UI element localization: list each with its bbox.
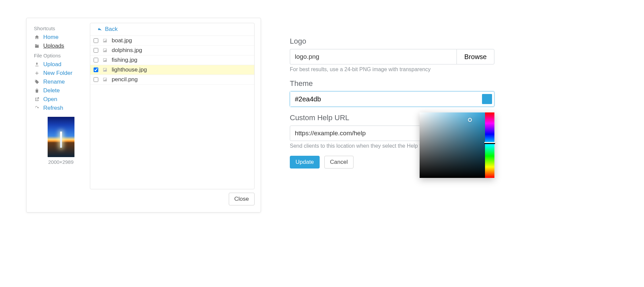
folder-icon (34, 43, 40, 49)
logo-label: Logo (290, 37, 494, 46)
theme-label: Theme (290, 79, 494, 88)
close-button[interactable]: Close (229, 193, 255, 205)
cancel-button[interactable]: Cancel (324, 156, 354, 169)
reply-icon (97, 27, 102, 32)
action-open[interactable]: Open (34, 96, 88, 103)
action-refresh[interactable]: Refresh (34, 105, 88, 111)
upload-icon (34, 62, 40, 67)
preview-dimensions: 2000×2989 (34, 159, 88, 165)
file-options-header: File Options (34, 53, 88, 58)
file-checkbox[interactable] (94, 48, 98, 53)
file-list: boat.jpgdolphins.jpgfishing.jpglighthous… (90, 36, 254, 189)
theme-input-group (290, 91, 494, 107)
logo-hint: For best results, use a 24-bit PNG image… (290, 66, 494, 73)
file-row[interactable]: fishing.jpg (90, 55, 254, 65)
file-checkbox[interactable] (94, 38, 98, 43)
preview-thumbnail (48, 117, 74, 157)
theme-swatch[interactable] (482, 94, 492, 104)
action-label: Open (43, 96, 57, 103)
shortcuts-header: Shortcuts (34, 26, 88, 31)
refresh-icon (34, 105, 40, 111)
action-label: Delete (43, 87, 60, 94)
color-picker-sv[interactable] (420, 112, 485, 178)
file-row[interactable]: boat.jpg (90, 36, 254, 46)
file-name: fishing.jpg (112, 57, 251, 63)
plus-icon (34, 70, 40, 76)
logo-input[interactable] (290, 49, 457, 64)
file-options-list: UploadNew FolderRenameDeleteOpenRefresh (34, 61, 88, 111)
file-name: dolphins.jpg (112, 47, 251, 54)
file-row[interactable]: pencil.png (90, 75, 254, 85)
update-button[interactable]: Update (290, 156, 320, 169)
action-rename[interactable]: Rename (34, 79, 88, 85)
color-picker (420, 112, 494, 178)
action-label: Refresh (43, 105, 63, 111)
file-checkbox[interactable] (94, 58, 98, 62)
file-checkbox[interactable] (94, 67, 98, 72)
file-list-panel: Back boat.jpgdolphins.jpgfishing.jpgligh… (90, 23, 255, 189)
sidebar-item-uploads[interactable]: Uploads (34, 43, 88, 49)
shortcuts-list: HomeUploads (34, 34, 88, 49)
back-link[interactable]: Back (97, 26, 118, 33)
back-label: Back (105, 26, 118, 33)
file-name: boat.jpg (112, 37, 251, 44)
action-upload[interactable]: Upload (34, 61, 88, 68)
image-icon (102, 48, 108, 53)
trash-icon (34, 88, 40, 93)
image-icon (102, 67, 108, 73)
file-name: lighthouse.jpg (112, 66, 251, 73)
back-row: Back (90, 23, 254, 36)
action-delete[interactable]: Delete (34, 87, 88, 94)
sidebar-item-label: Home (43, 34, 58, 41)
theme-input[interactable] (290, 92, 482, 106)
file-browser: Shortcuts HomeUploads File Options Uploa… (26, 18, 261, 212)
tag-icon (34, 79, 40, 85)
image-icon (102, 57, 108, 63)
external-icon (34, 97, 40, 102)
action-label: Rename (43, 79, 65, 85)
file-browser-sidebar: Shortcuts HomeUploads File Options Uploa… (31, 18, 90, 189)
color-picker-hue-marker[interactable] (484, 142, 495, 144)
file-row[interactable]: lighthouse.jpg (90, 65, 254, 75)
image-icon (102, 38, 108, 43)
file-name: pencil.png (112, 76, 251, 83)
color-picker-cursor[interactable] (468, 118, 472, 122)
action-label: New Folder (43, 70, 72, 77)
file-preview: 2000×2989 (34, 117, 88, 165)
action-label: Upload (43, 61, 61, 68)
file-row[interactable]: dolphins.jpg (90, 46, 254, 55)
sidebar-item-home[interactable]: Home (34, 34, 88, 41)
file-checkbox[interactable] (94, 77, 98, 82)
home-icon (34, 35, 40, 40)
sidebar-item-label: Uploads (43, 43, 64, 49)
action-new-folder[interactable]: New Folder (34, 70, 88, 77)
image-icon (102, 77, 108, 82)
color-picker-hue[interactable] (485, 112, 494, 178)
browse-button[interactable]: Browse (457, 49, 494, 64)
